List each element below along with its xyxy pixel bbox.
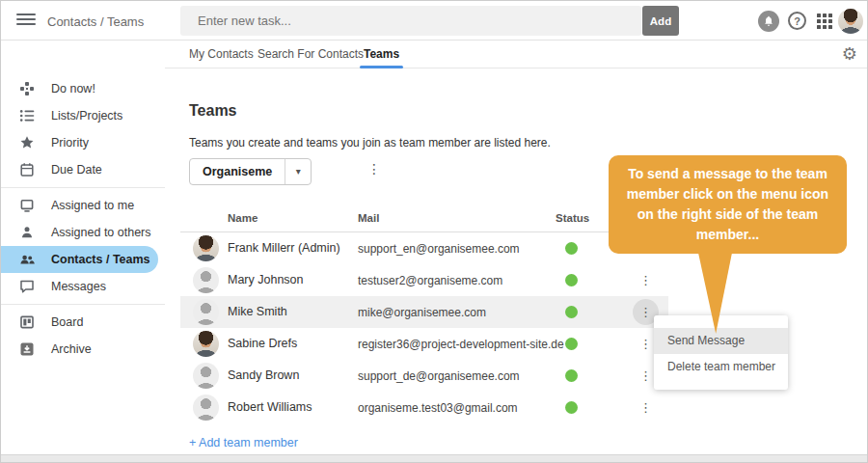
sidebar-item-priority[interactable]: Priority — [1, 129, 165, 156]
table-row[interactable]: Robert Williams organiseme.test03@gmail.… — [180, 392, 668, 423]
do-now-icon — [19, 81, 35, 96]
sidebar-item-label: Lists/Projects — [51, 109, 122, 123]
member-name: Sandy Brown — [228, 368, 299, 382]
member-name: Frank Millerr (Admin) — [228, 241, 340, 255]
tabs-bar: My Contacts Search For Contacts Teams ⚙ — [165, 41, 867, 68]
row-menu-icon[interactable]: ⋮ — [633, 395, 659, 421]
table-row[interactable]: Mike Smith mike@organisemee.com ⋮ — [180, 296, 668, 328]
team-table-rows: Frank Millerr (Admin) support_en@organis… — [180, 232, 668, 423]
team-options-menu-icon[interactable]: ⋮ — [367, 161, 381, 177]
status-indicator — [565, 369, 578, 382]
help-icon[interactable]: ? — [788, 12, 806, 30]
team-selector-dropdown[interactable]: Organiseme ▾ — [189, 158, 312, 185]
sidebar-item-label: Archive — [51, 342, 92, 356]
page-title: Contacts / Teams — [47, 14, 144, 29]
sidebar-item-archive[interactable]: Archive — [1, 336, 165, 363]
assigned-to-me-icon — [19, 198, 35, 213]
sidebar-item-board[interactable]: Board — [1, 309, 165, 336]
status-indicator — [565, 274, 578, 286]
assigned-to-others-icon — [19, 225, 35, 240]
row-menu-icon[interactable]: ⋮ — [633, 267, 659, 293]
sidebar-item-contacts-teams[interactable]: Contacts / Teams — [1, 246, 158, 273]
sidebar-item-label: Board — [51, 315, 83, 329]
sidebar-item-assigned-to-others[interactable]: Assigned to others — [1, 219, 165, 246]
sidebar-item-messages[interactable]: Messages — [1, 273, 165, 300]
sidebar-item-label: Contacts / Teams — [51, 253, 150, 266]
status-indicator — [565, 401, 578, 414]
sidebar-item-do-now[interactable]: Do now! — [1, 75, 165, 102]
archive-icon — [19, 341, 35, 357]
tab-search-for-contacts[interactable]: Search For Contacts — [258, 41, 364, 68]
sidebar-item-label: Do now! — [51, 82, 95, 95]
table-row[interactable]: Sabine Drefs register36@project-developm… — [180, 328, 668, 360]
board-icon — [19, 314, 35, 330]
add-task-button[interactable]: Add — [642, 6, 679, 36]
lists-projects-icon — [19, 108, 35, 123]
window-bottom-edge — [1, 454, 867, 462]
table-row[interactable]: Frank Millerr (Admin) support_en@organis… — [180, 232, 668, 264]
tab-my-contacts[interactable]: My Contacts — [189, 41, 254, 68]
member-mail: organiseme.test03@gmail.com — [358, 401, 518, 415]
avatar — [193, 235, 219, 261]
status-indicator — [565, 306, 578, 318]
sidebar-item-label: Assigned to others — [51, 226, 151, 239]
sidebar-item-label: Assigned to me — [51, 199, 134, 212]
tutorial-callout: To send a message to the team member cli… — [609, 155, 847, 254]
sidebar-item-assigned-to-me[interactable]: Assigned to me — [1, 192, 165, 219]
team-members-table: Name Mail Status Frank Millerr (Admin) s… — [180, 205, 668, 423]
member-mail: support_en@organisemee.com — [358, 242, 520, 256]
member-mail: testuser2@organiseme.com — [358, 274, 502, 287]
status-indicator — [565, 242, 578, 255]
settings-gear-icon[interactable]: ⚙ — [842, 43, 857, 65]
chevron-down-icon: ▾ — [285, 159, 311, 184]
sidebar-item-label: Due Date — [51, 163, 102, 177]
column-header-status: Status — [556, 212, 589, 224]
notifications-bell-icon[interactable] — [758, 11, 779, 32]
top-bar: Contacts / Teams Add ? — [1, 1, 867, 41]
app-window: Contacts / Teams Add ? My Contacts Searc… — [0, 0, 868, 463]
tutorial-callout-text: To send a message to the team member cli… — [627, 166, 828, 242]
hamburger-menu-icon[interactable] — [16, 14, 36, 27]
member-name: Sabine Drefs — [228, 337, 297, 350]
user-avatar[interactable] — [838, 9, 863, 34]
add-team-member-link[interactable]: + Add team member — [189, 436, 298, 449]
table-row[interactable]: Sandy Brown support_de@organisemee.com ⋮ — [180, 360, 668, 392]
avatar — [193, 331, 219, 357]
table-header-row: Name Mail Status — [180, 205, 668, 232]
status-indicator — [565, 338, 578, 350]
teams-description: Teams you create and teams you join as t… — [189, 136, 551, 150]
table-row[interactable]: Mary Johnson testuser2@organiseme.com ⋮ — [180, 264, 668, 296]
member-name: Mary Johnson — [228, 273, 304, 286]
sidebar-item-due-date[interactable]: Due Date — [1, 156, 165, 183]
member-mail: support_de@organisemee.com — [358, 369, 520, 383]
row-context-menu: Send Message Delete team member — [654, 315, 788, 390]
avatar — [193, 395, 219, 421]
menu-item-send-message[interactable]: Send Message — [654, 328, 788, 354]
avatar — [193, 363, 219, 389]
member-name: Mike Smith — [228, 305, 287, 318]
teams-heading: Teams — [189, 102, 237, 120]
avatar — [193, 299, 219, 325]
sidebar: Do now! Lists/Projects Priority Due Date — [1, 41, 165, 454]
member-name: Robert Williams — [228, 400, 312, 414]
new-task-bar: Add — [180, 6, 679, 36]
team-selector-value: Organiseme — [190, 165, 285, 178]
sidebar-item-label: Messages — [51, 280, 106, 293]
sidebar-divider — [1, 304, 165, 305]
contacts-teams-icon — [19, 252, 35, 267]
new-task-input[interactable] — [180, 6, 641, 36]
column-header-mail: Mail — [358, 212, 379, 224]
tab-teams[interactable]: Teams — [364, 41, 399, 68]
member-mail: mike@organisemee.com — [358, 306, 486, 319]
column-header-name: Name — [228, 212, 258, 224]
member-mail: register36@project-development-site.de — [358, 338, 564, 351]
priority-star-icon — [19, 135, 35, 150]
due-date-calendar-icon — [19, 162, 35, 177]
sidebar-item-lists-projects[interactable]: Lists/Projects — [1, 102, 165, 129]
menu-item-delete-team-member[interactable]: Delete team member — [654, 354, 788, 380]
avatar — [193, 267, 219, 293]
messages-icon — [19, 279, 35, 294]
sidebar-divider — [1, 187, 165, 188]
apps-grid-icon[interactable] — [817, 14, 832, 29]
sidebar-item-label: Priority — [51, 136, 89, 150]
